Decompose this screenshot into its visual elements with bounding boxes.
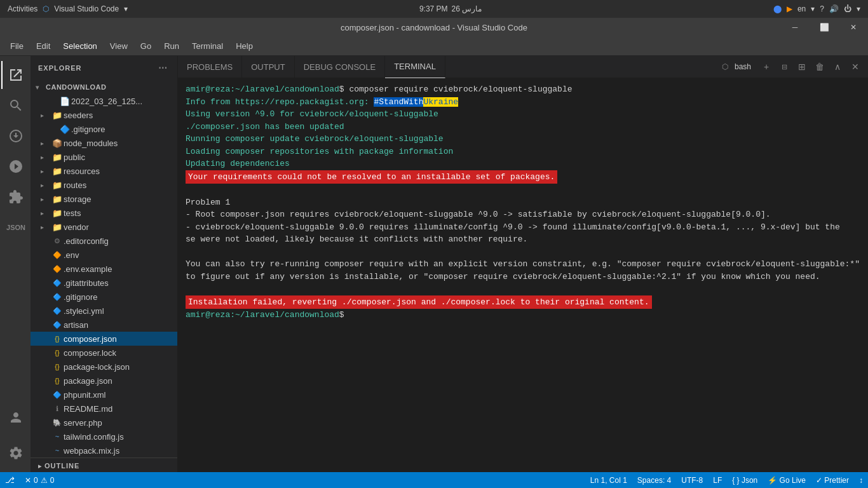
- file-name: .editorconfig: [64, 236, 109, 246]
- settings-activity[interactable]: [1, 439, 29, 467]
- close-button[interactable]: ✕: [839, 18, 868, 37]
- file-icon: 🔶: [51, 251, 64, 259]
- terminal-output[interactable]: amir@reza:~/laravel/candownload$ compose…: [178, 78, 868, 472]
- folder-icon: 📁: [51, 222, 64, 232]
- folder-icon: 📁: [51, 111, 64, 120]
- list-item[interactable]: ▸ 📁 public: [31, 150, 177, 164]
- eol-status[interactable]: LF: [708, 472, 727, 488]
- menu-view[interactable]: View: [105, 39, 133, 53]
- file-icon: 🔷: [58, 125, 71, 134]
- close-panel-button[interactable]: ✕: [848, 59, 863, 74]
- menu-file[interactable]: File: [5, 39, 29, 53]
- list-item[interactable]: ▸ 📁 storage: [31, 192, 177, 206]
- list-item[interactable]: 🔷 artisan: [31, 318, 177, 332]
- extensions-activity[interactable]: [1, 183, 29, 211]
- list-item[interactable]: {} package.json: [31, 374, 177, 388]
- power-icon: ⏻: [844, 4, 851, 13]
- list-item[interactable]: ℹ README.md: [31, 402, 177, 416]
- maximize-panel-button[interactable]: ⊞: [794, 59, 810, 74]
- list-item[interactable]: 🔶 .env: [31, 248, 177, 262]
- golive-status[interactable]: ⚡ Go Live: [763, 472, 811, 488]
- account-activity[interactable]: [1, 403, 29, 431]
- list-item[interactable]: ~ webpack.mix.js: [31, 444, 177, 458]
- system-bar-left: Activities ⬡ Visual Studio Code ▾: [8, 4, 128, 13]
- encoding-status[interactable]: UTF-8: [676, 472, 708, 488]
- menu-terminal[interactable]: Terminal: [187, 39, 228, 53]
- file-name: .env: [64, 250, 79, 260]
- explorer-activity[interactable]: [1, 61, 29, 89]
- split-terminal-button[interactable]: ⊟: [776, 59, 792, 74]
- cursor-position-status[interactable]: Ln 1, Col 1: [585, 472, 632, 488]
- menu-edit[interactable]: Edit: [31, 39, 55, 53]
- outline-title: OUTLINE: [44, 462, 79, 470]
- list-item[interactable]: 🔷 .gitignore: [31, 122, 177, 136]
- list-item[interactable]: 📄 2022_03_26_125...: [31, 94, 177, 108]
- sidebar-header: EXPLORER ⋯: [31, 56, 177, 80]
- list-item[interactable]: ▸ 📁 seeders: [31, 108, 177, 122]
- tab-terminal[interactable]: TERMINAL: [385, 56, 445, 78]
- search-activity[interactable]: [1, 92, 29, 119]
- list-item[interactable]: ▸ 📁 tests: [31, 206, 177, 220]
- list-item[interactable]: ▸ 📁 vendor: [31, 220, 177, 234]
- trash-terminal-button[interactable]: 🗑: [812, 59, 827, 74]
- file-name: .styleci.yml: [64, 306, 104, 316]
- warning-count: 0: [50, 476, 55, 485]
- prettier-label: ✓ Prettier: [816, 476, 849, 485]
- menu-run[interactable]: Run: [159, 39, 184, 53]
- menu-help[interactable]: Help: [231, 39, 258, 53]
- list-item[interactable]: 🔷 phpunit.xml: [31, 388, 177, 402]
- list-item[interactable]: ⚙ .editorconfig: [31, 234, 177, 248]
- list-item[interactable]: 🔷 .styleci.yml: [31, 304, 177, 318]
- composer-json-item[interactable]: {} composer.json: [31, 332, 177, 346]
- list-item[interactable]: {} package-lock.json: [31, 360, 177, 374]
- language-label: { } Json: [732, 476, 757, 485]
- list-item[interactable]: ~ tailwind.config.js: [31, 430, 177, 444]
- tab-debug-console[interactable]: DEBUG CONSOLE: [295, 56, 385, 78]
- spaces-status[interactable]: Spaces: 4: [632, 472, 676, 488]
- root-folder[interactable]: ▾ CANDOWNLOAD: [31, 80, 177, 94]
- errors-status[interactable]: ✕ 0 ⚠ 0: [20, 472, 59, 488]
- tab-output[interactable]: OUTPUT: [242, 56, 294, 78]
- git-branch-status[interactable]: ⎇: [0, 472, 20, 488]
- file-icon: {}: [51, 363, 64, 370]
- list-item[interactable]: 🔷 .gitattributes: [31, 276, 177, 290]
- activities-label[interactable]: Activities: [8, 4, 37, 13]
- terminal-panel[interactable]: amir@reza:~/laravel/candownload$ compose…: [178, 78, 868, 472]
- maximize-button[interactable]: ⬜: [810, 18, 839, 37]
- sidebar: EXPLORER ⋯ ▾ CANDOWNLOAD 📄 2022_03_26_12…: [31, 56, 178, 472]
- tab-problems[interactable]: PROBLEMS: [178, 56, 242, 78]
- menu-selection[interactable]: Selection: [58, 39, 102, 53]
- list-item[interactable]: ▸ 📁 resources: [31, 164, 177, 178]
- system-bar: Activities ⬡ Visual Studio Code ▾ 9:37 P…: [0, 0, 868, 18]
- new-file-button[interactable]: ⋯: [156, 61, 170, 75]
- git-activity[interactable]: [1, 122, 29, 150]
- help-icon: ?: [820, 4, 824, 13]
- file-name: resources: [64, 166, 100, 176]
- list-item[interactable]: {} composer.lock: [31, 346, 177, 360]
- prettier-status[interactable]: ✓ Prettier: [811, 472, 854, 488]
- broadcast-status[interactable]: ↕: [854, 472, 868, 488]
- editor-area: PROBLEMS OUTPUT DEBUG CONSOLE TERMINAL ⬡…: [178, 56, 868, 472]
- json-activity[interactable]: JSON: [1, 214, 29, 241]
- terminal-shell-icon: ⬡: [722, 62, 728, 71]
- outline-header[interactable]: ▸ OUTLINE: [31, 458, 177, 472]
- file-name: phpunit.xml: [64, 390, 105, 400]
- list-item[interactable]: ▸ 📁 routes: [31, 178, 177, 192]
- broadcast-label: ↕: [859, 476, 863, 485]
- menu-go[interactable]: Go: [135, 39, 156, 53]
- chevron-down-panel[interactable]: ∧: [830, 59, 845, 74]
- window-title: composer.json - candownload - Visual Stu…: [341, 23, 527, 32]
- dropdown-icon: ▾: [124, 4, 128, 13]
- list-item[interactable]: ▸ 📦 node_modules: [31, 136, 177, 150]
- list-item[interactable]: 🔷 .gitignore: [31, 290, 177, 304]
- list-item[interactable]: 🔶 .env.example: [31, 262, 177, 276]
- golive-label: ⚡ Go Live: [768, 476, 806, 485]
- run-activity[interactable]: [1, 152, 29, 180]
- list-item[interactable]: 🐘 server.php: [31, 416, 177, 430]
- language-status[interactable]: { } Json: [727, 472, 763, 488]
- file-icon: 🔷: [51, 391, 64, 399]
- file-name: 2022_03_26_125...: [71, 97, 142, 106]
- eol-label: LF: [713, 476, 722, 485]
- minimize-button[interactable]: ─: [780, 18, 810, 37]
- add-terminal-button[interactable]: +: [759, 59, 774, 74]
